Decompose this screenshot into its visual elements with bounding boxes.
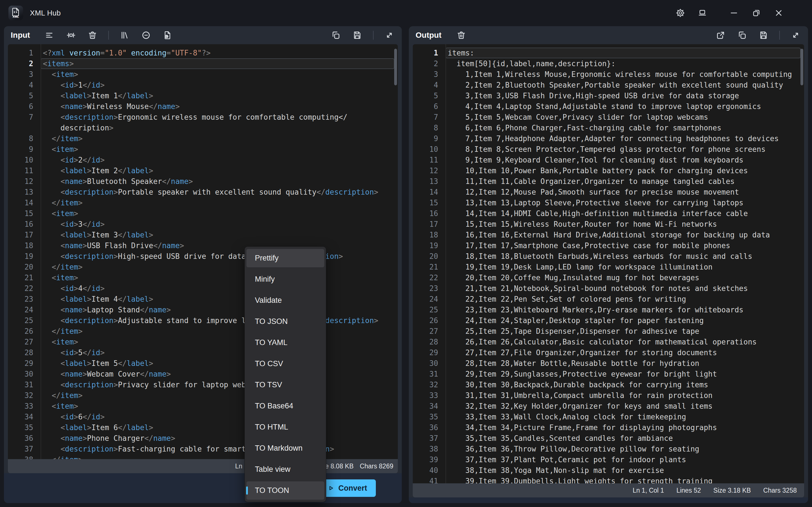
cursor-position: Ln 1, Col 1	[633, 487, 664, 494]
code-line: 3 <item>	[8, 69, 398, 80]
menu-item-to-html[interactable]: TO HTML	[246, 418, 324, 436]
save-output-button[interactable]	[758, 30, 769, 41]
code-line: 18 <name>USB Flash Drive</name>	[8, 240, 398, 251]
cursor-position: Ln	[235, 459, 243, 473]
share-output-button[interactable]	[715, 30, 726, 41]
gutter-separator	[41, 44, 41, 459]
menu-item-minify[interactable]: Minify	[246, 270, 324, 288]
code-text: <label>Item 1</label>	[41, 91, 395, 101]
copy-output-button[interactable]	[737, 30, 748, 41]
input-code-area: 1<?xml version="1.0" encoding="UTF-8"?>2…	[8, 44, 398, 459]
code-line: 20 18,Item 18,Bluetooth Earbuds,Wireless…	[413, 251, 804, 262]
menu-item-validate[interactable]: Validate	[246, 291, 324, 309]
convert-button[interactable]: Convert	[318, 480, 376, 497]
library-button[interactable]	[119, 30, 130, 41]
code-line: 9 <item>	[8, 144, 398, 155]
settings-button[interactable]	[669, 0, 691, 26]
save-input-button[interactable]	[352, 30, 363, 41]
line-number: 30	[413, 358, 446, 369]
code-line: 12 10,Item 10,Power Bank,Portable batter…	[413, 165, 804, 176]
line-number: 16	[8, 219, 41, 230]
copy-input-button[interactable]	[330, 30, 342, 41]
code-text: <name>Bluetooth Speaker</name>	[41, 176, 395, 187]
link-icon	[141, 31, 151, 40]
code-text: 30,Item 30,Backpack,Durable backpack for…	[446, 379, 801, 390]
expand-output-button[interactable]	[790, 30, 801, 41]
code-line: 25 23,Item 23,Whiteboard Markers,Dry-era…	[413, 304, 804, 315]
output-scrollbar-thumb[interactable]	[801, 49, 803, 86]
line-number: 19	[413, 240, 446, 251]
code-text: 1,Item 1,Wireless Mouse,Ergonomic wirele…	[446, 69, 801, 80]
code-text: 7,Item 7,Headphone Adapter,Adapter for c…	[446, 133, 801, 144]
action-bar: Convert	[4, 473, 402, 503]
code-line: 37 35,Item 35,Candles,Scented candles fo…	[413, 433, 804, 444]
menu-item-prettify[interactable]: Prettify	[246, 249, 324, 267]
expand-input-button[interactable]	[384, 30, 395, 41]
copy-icon	[737, 31, 747, 40]
code-text: 38,Item 38,Yoga Mat,Non-slip mat for exe…	[446, 465, 801, 476]
code-text: 12,Item 12,Mouse Pad,Smooth surface for …	[446, 187, 801, 198]
code-text: <description>Privacy slider for laptop w…	[41, 379, 395, 390]
line-number: 1	[8, 48, 41, 58]
menu-item-to-json[interactable]: TO JSON	[246, 313, 324, 331]
menu-item-label: TO Markdown	[255, 444, 303, 453]
input-scrollbar-thumb[interactable]	[394, 49, 397, 86]
menu-item-label: Table view	[255, 465, 290, 474]
line-number: 32	[8, 390, 41, 401]
toolbar-separator	[779, 31, 780, 40]
menu-item-label: TO TOON	[255, 486, 289, 495]
trash-icon	[88, 31, 97, 40]
menu-item-to-markdown[interactable]: TO Markdown	[246, 439, 324, 457]
code-text: <description>Fast-charging cable for sma…	[41, 444, 395, 454]
link-button[interactable]	[140, 30, 152, 41]
code-line: 6 4,Item 4,Laptop Stand,Adjustable stand…	[413, 101, 804, 112]
code-text: 10,Item 10,Power Bank,Portable battery p…	[446, 165, 801, 176]
menu-item-to-csv[interactable]: TO CSV	[246, 355, 324, 373]
line-number: 38	[8, 454, 41, 459]
line-number: 13	[413, 176, 446, 187]
minimize-button[interactable]	[721, 0, 747, 26]
line-number: 16	[413, 208, 446, 219]
code-text: <name>USB Flash Drive</name>	[41, 240, 395, 251]
menu-item-to-tsv[interactable]: TO TSV	[246, 376, 324, 394]
format-button[interactable]	[44, 30, 55, 41]
code-text: <item>	[41, 69, 395, 80]
code-text: <description>Adjustable stand to improve…	[41, 315, 395, 326]
line-number: 4	[8, 80, 41, 91]
code-line: 15 <item>	[8, 208, 398, 219]
code-line: 31 <description>Privacy slider for lapto…	[8, 379, 398, 390]
code-text: <item>	[41, 208, 395, 219]
code-text: 3,Item 3,USB Flash Drive,High-speed USB …	[446, 91, 801, 101]
code-line: 7 5,Item 5,Webcam Cover,Privacy slider f…	[413, 112, 804, 122]
code-text: <label>Item 4</label>	[41, 294, 395, 304]
close-button[interactable]	[766, 0, 792, 26]
line-number: 4	[413, 80, 446, 91]
menu-item-label: TO Base64	[255, 402, 293, 410]
expand-icon	[385, 31, 394, 40]
menu-item-to-toon[interactable]: TO TOON	[246, 482, 324, 500]
device-toggle-button[interactable]	[691, 0, 713, 26]
output-editor[interactable]: 1items:2 item[50]{id,label,name,descript…	[413, 44, 804, 483]
code-line: 1items:	[413, 48, 804, 58]
minimize-icon	[729, 8, 739, 18]
library-icon	[120, 31, 130, 40]
code-line: 29 <label>Item 5</label>	[8, 358, 398, 369]
line-count: Lines 52	[676, 487, 701, 494]
code-text: 27,Item 27,File Organizer,Organizer for …	[446, 347, 801, 358]
input-editor[interactable]: 1<?xml version="1.0" encoding="UTF-8"?>2…	[8, 44, 398, 459]
code-text: <description>Ergonomic wireless mouse fo…	[41, 112, 395, 122]
code-text: 29,Item 29,Sunglasses,Protective eyewear…	[446, 369, 801, 379]
code-line: 5 <label>Item 1</label>	[8, 91, 398, 101]
menu-item-to-yaml[interactable]: TO YAML	[246, 334, 324, 352]
line-number: 31	[8, 379, 41, 390]
clear-output-button[interactable]	[456, 30, 467, 41]
code-line: 13 <description>Portable speaker with ex…	[8, 187, 398, 198]
code-text: 21,Item 21,Notebook,Spiral-bound noteboo…	[446, 283, 801, 294]
load-file-button[interactable]	[162, 30, 173, 41]
code-text: </item>	[41, 262, 395, 272]
clear-input-button[interactable]	[87, 30, 98, 41]
menu-item-table-view[interactable]: Table view	[246, 460, 324, 478]
compress-button[interactable]	[65, 30, 77, 41]
menu-item-to-base64[interactable]: TO Base64	[246, 397, 324, 415]
line-number: 29	[8, 358, 41, 369]
